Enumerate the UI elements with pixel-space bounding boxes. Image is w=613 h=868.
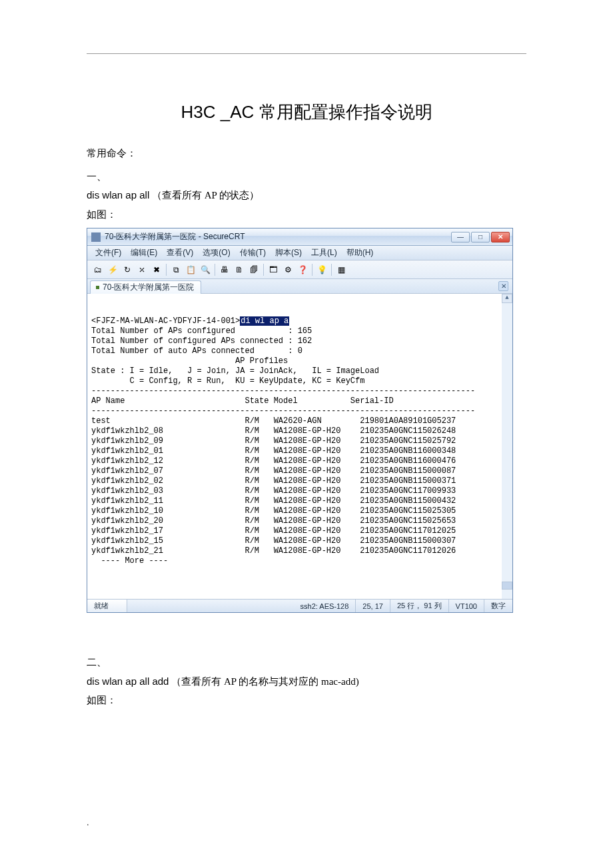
minimize-icon: — (457, 233, 464, 240)
close-icon: ✖ (153, 265, 160, 274)
document-title: H3C _AC 常用配置操作指令说明 (87, 101, 526, 124)
trace-icon: ❓ (298, 265, 308, 274)
tile-icon: ▦ (338, 265, 345, 274)
heading-common-commands: 常用命令： (87, 144, 526, 163)
tab-bar: 70-医科大学附属第一医院 ✕ (87, 279, 512, 294)
status-ready: 就绪 (87, 600, 127, 612)
quick-connect-icon: ⚡ (108, 265, 118, 274)
section-one-figure-label: 如图： (87, 205, 526, 224)
options-button[interactable]: ⚙ (281, 263, 295, 276)
section-two-note: （查看所有 AP 的名称与其对应的 mac-add) (171, 676, 359, 687)
session-tab[interactable]: 70-医科大学附属第一医院 (90, 280, 201, 294)
disconnect-icon: ⤫ (139, 265, 145, 274)
terminal-output[interactable]: <FJFZ-MA-WLAN-AC-YDFYJF-14-001>di wl ap … (87, 294, 512, 599)
options-icon: ⚙ (285, 265, 292, 274)
section-two-command: dis wlan ap all add (87, 675, 169, 687)
app-icon (91, 232, 101, 242)
print-setup-button[interactable]: 🗎 (233, 263, 246, 276)
maximize-button[interactable]: □ (471, 232, 490, 242)
tile-button[interactable]: ▦ (334, 263, 348, 276)
minimize-button[interactable]: — (451, 232, 470, 242)
session-manager-icon: 🗂 (94, 265, 102, 274)
section-two-figure-label: 如图： (87, 691, 526, 710)
terminal-prompt-line: <FJFZ-MA-WLAN-AC-YDFYJF-14-001>di wl ap … (91, 316, 498, 326)
tab-status-icon (96, 286, 99, 289)
reconnect-button[interactable]: ↻ (121, 263, 134, 276)
print-preview-icon: 🗐 (250, 265, 258, 274)
copy-icon: ⧉ (173, 265, 179, 274)
paste-button[interactable]: 📋 (184, 263, 197, 276)
status-term-type: VT100 (449, 600, 484, 612)
menu-view[interactable]: 查看(V) (163, 246, 197, 259)
tab-close-button[interactable]: ✕ (498, 281, 508, 291)
reconnect-icon: ↻ (124, 265, 131, 274)
properties-button[interactable]: 🗔 (267, 263, 280, 276)
tab-close-icon: ✕ (501, 282, 506, 290)
status-bar: 就绪 ssh2: AES-128 25, 17 25 行， 91 列 VT100… (87, 599, 512, 612)
toolbar-separator (263, 264, 264, 276)
section-one-label: 一、 (87, 167, 526, 187)
close-button[interactable]: ✖ (150, 263, 163, 276)
disconnect-button[interactable]: ⤫ (135, 263, 149, 276)
paste-icon: 📋 (186, 265, 196, 274)
menu-edit[interactable]: 编辑(E) (127, 246, 161, 259)
find-button[interactable]: 🔍 (199, 263, 212, 276)
securecrt-window: 70-医科大学附属第一医院 - SecureCRT — □ ✕ 文件(F) 编辑… (87, 228, 513, 613)
scrollbar-thumb[interactable] (502, 582, 512, 590)
section-two-command-line: dis wlan ap all add （查看所有 AP 的名称与其对应的 ma… (87, 672, 526, 691)
close-button[interactable]: ✕ (491, 232, 510, 242)
window-titlebar[interactable]: 70-医科大学附属第一医院 - SecureCRT — □ ✕ (87, 228, 512, 246)
quick-connect-button[interactable]: ⚡ (106, 263, 119, 276)
print-setup-icon: 🗎 (235, 265, 243, 274)
status-encryption: ssh2: AES-128 (294, 600, 356, 612)
window-title: 70-医科大学附属第一医院 - SecureCRT (105, 231, 451, 242)
section-two-label: 二、 (87, 653, 526, 672)
menu-help[interactable]: 帮助(H) (342, 246, 378, 259)
toolbar-separator (215, 264, 215, 276)
menu-bar: 文件(F) 编辑(E) 查看(V) 选项(O) 传输(T) 脚本(S) 工具(L… (87, 246, 512, 260)
header-rule (87, 53, 526, 54)
terminal-typed-command: di wl ap a (240, 316, 289, 326)
menu-script[interactable]: 脚本(S) (271, 246, 306, 259)
properties-icon: 🗔 (269, 265, 277, 274)
print-button[interactable]: 🖶 (218, 263, 231, 276)
copy-button[interactable]: ⧉ (169, 263, 183, 276)
terminal-body-text: Total Number of APs configured : 165 Tot… (91, 326, 498, 566)
menu-file[interactable]: 文件(F) (91, 246, 125, 259)
print-preview-button[interactable]: 🗐 (247, 263, 261, 276)
toolbar-separator (331, 264, 332, 276)
toolbar-separator (312, 264, 312, 276)
toolbar-separator (166, 264, 167, 276)
close-icon: ✕ (498, 233, 503, 240)
section-one-command-line: dis wlan ap all （查看所有 AP 的状态） (87, 186, 526, 205)
status-cursor-pos: 25, 17 (356, 600, 390, 612)
menu-transfer[interactable]: 传输(T) (236, 246, 270, 259)
status-rows-cols: 25 行， 91 列 (390, 600, 449, 612)
find-icon: 🔍 (201, 265, 211, 274)
maximize-icon: □ (478, 233, 482, 240)
trace-button[interactable]: ❓ (296, 263, 309, 276)
help-icon: 💡 (317, 265, 327, 274)
section-one-command: dis wlan ap all (87, 189, 149, 201)
toolbar: 🗂⚡↻⤫✖⧉📋🔍🖶🗎🗐🗔⚙❓💡▦ (87, 260, 512, 279)
menu-options[interactable]: 选项(O) (199, 246, 234, 259)
session-manager-button[interactable]: 🗂 (91, 263, 105, 276)
scrollbar-up-button[interactable]: ▲ (502, 294, 512, 303)
session-tab-label: 70-医科大学附属第一医院 (103, 282, 194, 293)
menu-tools[interactable]: 工具(L) (307, 246, 341, 259)
print-icon: 🖶 (221, 265, 229, 274)
status-numlock: 数字 (484, 600, 512, 612)
section-one-note: （查看所有 AP 的状态） (152, 190, 259, 201)
help-button[interactable]: 💡 (315, 263, 328, 276)
footer-dot: . (87, 817, 89, 828)
